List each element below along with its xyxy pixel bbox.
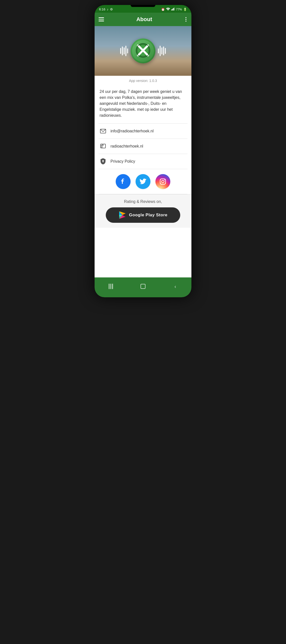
svg-rect-4 <box>174 8 175 10</box>
app-banner <box>94 26 192 76</box>
wave-bar-3 <box>124 48 125 54</box>
music-icon: ♪ <box>107 8 108 11</box>
social-section <box>94 169 192 194</box>
wave-bar-9 <box>163 46 164 56</box>
radio-logo <box>130 38 156 63</box>
svg-rect-1 <box>171 10 172 10</box>
privacy-text: Privacy Policy <box>110 159 135 164</box>
play-store-text: Google Play Store <box>129 212 168 218</box>
svg-rect-2 <box>172 9 173 10</box>
svg-point-16 <box>162 180 164 183</box>
alarm-icon: ⏰ <box>161 8 165 11</box>
status-right: ⏰ 77% 🔋 <box>161 8 187 11</box>
wave-bar-2 <box>122 46 123 56</box>
twitter-button[interactable] <box>136 174 150 189</box>
wave-bar-7 <box>160 46 161 56</box>
play-store-button[interactable]: Google Play Store <box>106 208 180 223</box>
version-text: App version: 1.0.3 <box>94 76 192 87</box>
svg-rect-12 <box>102 144 104 146</box>
wave-bar-4 <box>125 46 126 56</box>
wave-bar-10 <box>165 48 166 54</box>
svg-point-0 <box>168 10 168 10</box>
website-item[interactable]: radioachterhoek.nl <box>94 139 192 154</box>
svg-point-17 <box>164 180 165 180</box>
website-text: radioachterhoek.nl <box>110 144 143 148</box>
wave-bar-6 <box>158 48 159 54</box>
privacy-icon <box>100 158 106 165</box>
battery-text: 77% <box>176 8 182 11</box>
right-wave-bars <box>158 46 166 56</box>
logo-container <box>120 38 166 63</box>
app-bar: About <box>94 13 192 26</box>
svg-rect-14 <box>103 162 103 162</box>
rating-section: Rating & Reviews on, <box>94 194 192 228</box>
recents-icon <box>109 284 113 289</box>
page-title: About <box>136 16 152 22</box>
hamburger-menu-icon[interactable] <box>98 18 104 21</box>
time: 6:16 <box>99 8 105 11</box>
play-store-icon <box>119 211 126 219</box>
app-description: 24 uur per dag, 7 dagen per week geniet … <box>94 87 192 124</box>
main-content: App version: 1.0.3 24 uur per dag, 7 dag… <box>94 26 192 278</box>
facebook-button[interactable] <box>116 174 130 189</box>
instagram-button[interactable] <box>156 174 170 189</box>
wave-bar-5 <box>127 48 128 54</box>
website-icon <box>100 143 106 150</box>
recents-button[interactable] <box>106 282 116 291</box>
home-icon <box>140 284 146 289</box>
back-button[interactable]: ‹ <box>170 282 180 291</box>
phone-frame: 6:16 ♪ ⚙ ⏰ 77% <box>94 5 192 297</box>
signal-icon <box>171 8 175 11</box>
battery-icon: 🔋 <box>183 8 187 11</box>
back-icon: ‹ <box>174 284 176 289</box>
left-wave-bars <box>120 46 128 56</box>
privacy-policy-item[interactable]: Privacy Policy <box>94 154 192 169</box>
email-text: info@radioachterhoek.nl <box>110 129 154 133</box>
more-options-icon[interactable] <box>184 16 188 22</box>
email-icon <box>100 128 106 134</box>
home-button[interactable] <box>138 282 148 291</box>
wave-bar-8 <box>161 48 162 54</box>
rating-label: Rating & Reviews on, <box>100 200 186 204</box>
settings-icon: ⚙ <box>110 8 113 11</box>
wifi-icon <box>166 8 170 11</box>
status-left: 6:16 ♪ ⚙ <box>99 8 113 11</box>
wave-bar-1 <box>120 48 121 54</box>
email-item[interactable]: info@radioachterhoek.nl <box>94 124 192 138</box>
notch <box>130 5 156 7</box>
bottom-navigation: ‹ <box>94 278 192 297</box>
x-mark <box>136 43 150 59</box>
svg-rect-3 <box>173 8 174 10</box>
empty-space <box>94 228 192 278</box>
